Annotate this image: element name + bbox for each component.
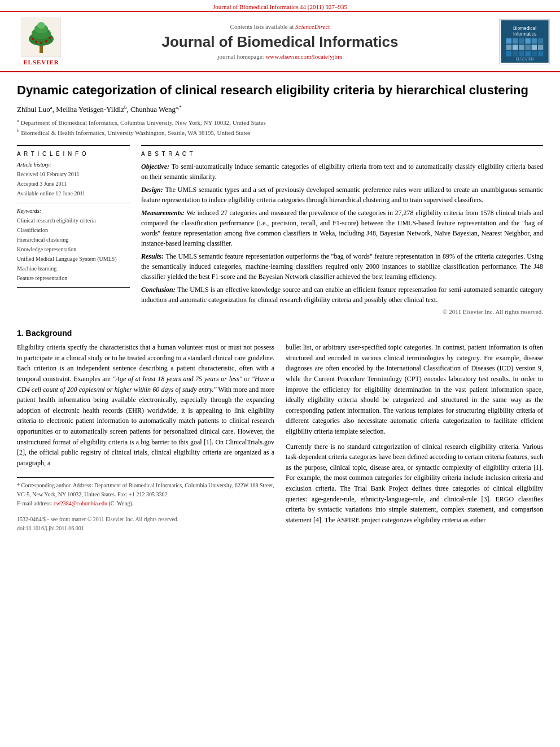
design-label: Design: <box>141 186 165 194</box>
article-info-box: A R T I C L E I N F O Article history: R… <box>17 145 130 288</box>
affiliations: a Department of Biomedical Informatics, … <box>17 117 543 137</box>
svg-rect-27 <box>512 51 517 56</box>
svg-text:Informatics: Informatics <box>513 31 536 37</box>
svg-point-9 <box>45 40 47 42</box>
body-para-right-2: Currently there is no standard categoriz… <box>286 442 543 526</box>
measurements-label: Measurements: <box>141 209 186 217</box>
footnote-star: * Corresponding author. Address: Departm… <box>17 481 274 499</box>
abstract-column: A B S T R A C T Objective: To semi-autom… <box>141 145 543 320</box>
svg-rect-14 <box>506 38 511 43</box>
sciencedirect-link[interactable]: ScienceDirect <box>295 23 330 30</box>
svg-rect-20 <box>506 45 511 50</box>
journal-header: ELSEVIER Contents lists available at Sci… <box>0 12 560 72</box>
journal-logo-box: Biomedical Informatics <box>499 19 550 64</box>
footnotes-area: * Corresponding author. Address: Departm… <box>17 477 274 508</box>
jbi-logo-icon: Biomedical Informatics <box>501 20 549 63</box>
svg-rect-31 <box>537 51 542 56</box>
available-date: Available online 12 June 2011 <box>17 190 85 196</box>
article-dates: Received 10 February 2011 Accepted 3 Jun… <box>17 169 130 198</box>
elsevier-logo: ELSEVIER <box>10 18 72 65</box>
svg-rect-21 <box>512 45 517 50</box>
info-divider <box>17 203 130 203</box>
svg-rect-29 <box>525 51 530 56</box>
doi-line: doi:10.1016/j.jbi.2011.06.001 <box>17 524 274 533</box>
svg-rect-19 <box>537 38 542 43</box>
journal-logo-area: Biomedical Informatics <box>488 19 550 64</box>
svg-point-7 <box>49 37 51 39</box>
affiliation-a: Department of Biomedical Informatics, Co… <box>21 119 266 126</box>
svg-rect-18 <box>531 38 536 43</box>
accepted-date: Accepted 3 June 2011 <box>17 181 67 187</box>
article-container: Dynamic categorization of clinical resea… <box>0 72 560 543</box>
elsevier-logo-area: ELSEVIER <box>10 18 72 65</box>
info-abstract-columns: A R T I C L E I N F O Article history: R… <box>17 145 543 320</box>
email-note: (C. Weng). <box>109 500 134 506</box>
journal-homepage-link[interactable]: www.elsevier.com/locate/yjbin <box>265 53 342 60</box>
copyright-line: © 2011 Elsevier Inc. All rights reserved… <box>141 308 543 315</box>
svg-rect-16 <box>519 38 524 43</box>
journal-citation: Journal of Biomedical Informatics 44 (20… <box>213 3 347 10</box>
article-info-column: A R T I C L E I N F O Article history: R… <box>17 145 130 320</box>
svg-text:Biomedical: Biomedical <box>513 25 536 31</box>
main-body: 1. Background Eligibility criteria speci… <box>17 329 543 533</box>
abstract-results: Results: The UMLS semantic feature repre… <box>141 251 543 282</box>
abstract-box: A B S T R A C T Objective: To semi-autom… <box>141 145 543 320</box>
svg-rect-17 <box>525 38 530 43</box>
svg-rect-30 <box>531 51 536 56</box>
keyword-3: Hierarchical clustering <box>17 237 68 243</box>
abstract-objective: Objective: To semi-automatically induce … <box>141 161 543 182</box>
keyword-5: Unified Medical Language System (UMLS) <box>17 256 117 262</box>
abstract-text: Objective: To semi-automatically induce … <box>141 161 543 305</box>
sciencedirect-line: Contents lists available at ScienceDirec… <box>72 23 488 30</box>
keyword-7: Feature representation <box>17 275 67 281</box>
keywords-label: Keywords: <box>17 208 130 214</box>
keyword-6: Machine learning <box>17 265 56 272</box>
abstract-measurements: Measurements: We induced 27 categories a… <box>141 208 543 248</box>
abstract-design: Design: The UMLS semantic types and a se… <box>141 185 543 205</box>
conclusion-label: Conclusion: <box>141 286 177 294</box>
objective-label: Objective: <box>141 163 172 171</box>
svg-rect-28 <box>519 51 524 56</box>
email-link[interactable]: cw2384@columbia.edu <box>54 500 107 506</box>
body-para-left-1: Eligibility criteria specify the charact… <box>17 342 274 468</box>
svg-point-8 <box>35 41 37 43</box>
objective-text: To semi-automatically induce semantic ca… <box>141 163 543 181</box>
design-text: The UMLS semantic types and a set of pre… <box>141 186 543 204</box>
issn-line: 1532-0464/$ - see front matter © 2011 El… <box>17 515 274 524</box>
keywords-list: Clinical research eligibility criteria C… <box>17 216 130 283</box>
elsevier-tree-icon <box>21 18 61 57</box>
authors-line: Zhihui Luoa, Meliha Yetisgen-Yildizb, Ch… <box>17 104 543 114</box>
journal-header-center: Contents lists available at ScienceDirec… <box>72 23 488 60</box>
measurements-text: We induced 27 categories and measured th… <box>141 209 543 247</box>
journal-title: Journal of Biomedical Informatics <box>72 33 488 51</box>
article-title: Dynamic categorization of clinical resea… <box>17 82 543 99</box>
keyword-4: Knowledge representation <box>17 246 76 252</box>
svg-rect-15 <box>512 38 517 43</box>
keyword-2: Classification <box>17 227 48 233</box>
sciencedirect-prefix: Contents lists available at <box>230 23 294 30</box>
conclusion-text: The UMLS is an effective knowledge sourc… <box>141 286 543 304</box>
svg-rect-26 <box>506 51 511 56</box>
bottom-info: 1532-0464/$ - see front matter © 2011 El… <box>17 515 274 533</box>
footnote-email: E-mail address: cw2384@columbia.edu (C. … <box>17 499 274 508</box>
body-columns: Eligibility criteria specify the charact… <box>17 342 543 533</box>
svg-text:ELSEVIER: ELSEVIER <box>515 57 533 61</box>
svg-rect-24 <box>531 45 536 50</box>
svg-rect-25 <box>537 45 542 50</box>
section-1-title: 1. Background <box>17 329 543 338</box>
history-label: Article history: <box>17 161 130 168</box>
keyword-1: Clinical research eligibility criteria <box>17 217 96 224</box>
journal-top-bar: Journal of Biomedical Informatics 44 (20… <box>0 0 560 12</box>
body-col-right: bullet list, or arbitrary user-specified… <box>286 342 543 533</box>
body-col-left: Eligibility criteria specify the charact… <box>17 342 274 533</box>
article-info-title: A R T I C L E I N F O <box>17 151 130 157</box>
svg-point-6 <box>32 38 34 40</box>
received-date: Received 10 February 2011 <box>17 171 79 177</box>
results-text: The UMLS semantic feature representation… <box>141 252 543 281</box>
svg-rect-23 <box>525 45 530 50</box>
abstract-title: A B S T R A C T <box>141 151 543 157</box>
results-label: Results: <box>141 252 165 260</box>
svg-rect-22 <box>519 45 524 50</box>
journal-homepage: journal homepage: www.elsevier.com/locat… <box>72 53 488 60</box>
body-para-right-1: bullet list, or arbitrary user-specified… <box>286 342 543 436</box>
